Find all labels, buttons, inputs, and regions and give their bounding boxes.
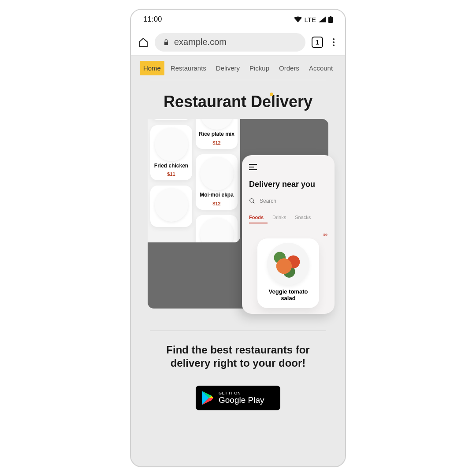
nav-account[interactable]: Account — [305, 61, 336, 75]
right-phone-heading: Delivery near you — [249, 180, 327, 189]
food-name: Fried chicken — [152, 163, 190, 169]
lock-icon — [163, 39, 170, 46]
site-nav: Home Restaurants Delivery Pickup Orders … — [131, 56, 345, 75]
section-divider — [150, 331, 326, 331]
food-image — [155, 188, 188, 222]
overflow-menu-icon[interactable] — [329, 38, 338, 47]
svg-rect-1 — [330, 16, 331, 17]
search-icon — [249, 198, 255, 204]
svg-point-2 — [250, 199, 253, 202]
status-bar: 11:00 LTE — [131, 10, 345, 29]
food-card — [196, 215, 238, 242]
hamburger-icon — [249, 164, 257, 170]
food-card — [150, 186, 192, 227]
google-play-icon — [201, 390, 214, 405]
google-play-text: GET IT ON Google Play — [219, 391, 264, 404]
tab-foods: Foods — [249, 215, 264, 220]
accent-dot-icon — [270, 93, 273, 96]
food-card: Rice plate mix $12 — [196, 119, 238, 149]
status-right: LTE — [294, 16, 333, 23]
url-bar[interactable]: example.com — [155, 33, 305, 52]
wifi-icon — [294, 16, 302, 22]
tab-drinks: Drinks — [272, 215, 286, 220]
tab-count-button[interactable]: 1 — [312, 37, 323, 48]
tab-snacks: Snacks — [295, 215, 311, 220]
food-image — [200, 218, 234, 242]
food-card: Fried chicken $11 — [150, 125, 192, 181]
food-image — [200, 157, 234, 190]
category-tabs: Foods Drinks Snacks — [249, 215, 327, 220]
tab-count: 1 — [316, 38, 319, 46]
status-clock: 11:00 — [143, 15, 162, 24]
svg-line-3 — [253, 202, 255, 204]
google-play-button[interactable]: GET IT ON Google Play — [196, 386, 280, 410]
food-image — [155, 128, 188, 161]
mock-phone-right: Delivery near you Search Foods Drinks Sn… — [242, 155, 335, 314]
google-play-big: Google Play — [219, 396, 264, 405]
nav-restaurants[interactable]: Restaurants — [167, 61, 210, 75]
battery-icon — [328, 16, 333, 23]
food-name: Veggie tomato salad — [261, 289, 316, 302]
home-icon[interactable] — [138, 37, 149, 48]
tagline: Find the best restaurants for delivery r… — [131, 343, 345, 370]
food-name: Rice plate mix — [197, 131, 236, 138]
search-row: Search — [249, 198, 327, 204]
hero-title-text: Restaurant Delivery — [164, 93, 312, 111]
nav-divider — [150, 80, 326, 80]
device-frame: 11:00 LTE example.com 1 Home Restaurants… — [130, 9, 346, 467]
food-name: Moi-moi ekpa — [197, 192, 236, 198]
food-price: $11 — [152, 171, 190, 177]
food-card: Veggie tomato mix $10 — [150, 119, 192, 120]
nav-delivery[interactable]: Delivery — [212, 61, 243, 75]
network-label: LTE — [305, 16, 316, 23]
url-text: example.com — [174, 37, 227, 47]
nav-home[interactable]: Home — [140, 61, 164, 75]
nav-pickup[interactable]: Pickup — [246, 61, 273, 75]
hero-title: Restaurant Delivery — [131, 93, 345, 111]
featured-card: Veggie tomato salad — [257, 238, 319, 308]
mock-phone-left: Veggie tomato mix $10 Fried chicken $11 … — [148, 119, 240, 242]
food-image — [267, 243, 309, 285]
see-more-link: se — [249, 232, 327, 237]
svg-rect-0 — [328, 17, 333, 23]
nav-orders[interactable]: Orders — [275, 61, 303, 75]
signal-icon — [319, 16, 326, 22]
hero-image: Veggie tomato mix $10 Fried chicken $11 … — [148, 119, 328, 309]
food-image — [200, 119, 234, 130]
food-price: $12 — [197, 140, 236, 145]
food-price: $12 — [197, 201, 236, 206]
food-card: Moi-moi ekpa $12 — [196, 154, 238, 210]
browser-bar: example.com 1 — [131, 29, 345, 56]
search-placeholder: Search — [260, 198, 276, 204]
tab-underline — [249, 223, 268, 223]
